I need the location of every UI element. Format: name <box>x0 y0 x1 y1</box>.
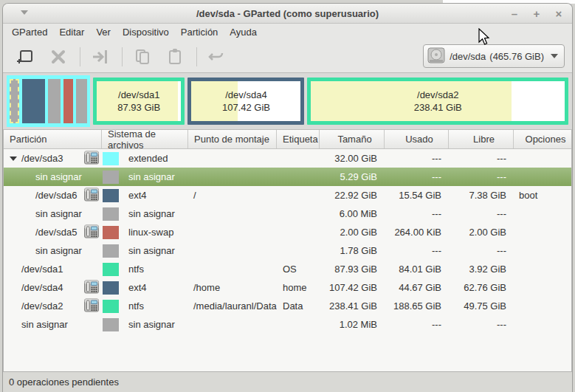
partition-table: Partición Sistema de archivos Punto de m… <box>3 130 572 371</box>
flags-value <box>514 168 571 186</box>
filesystem-color-swatch <box>103 171 119 184</box>
partition-name: /dev/sda4 <box>21 282 83 293</box>
mount-point: /home <box>188 278 277 297</box>
busy-phone-icon <box>83 151 100 167</box>
undo-icon[interactable] <box>204 46 230 68</box>
device-selector-size: (465.76 GiB) <box>489 51 544 62</box>
size-value: 22.92 GiB <box>320 186 385 204</box>
header-etiqueta[interactable]: Etiqueta <box>277 130 320 148</box>
table-row[interactable]: /dev/sda2 ntfs /media/lauranl/Data Data … <box>4 297 571 315</box>
used-value: --- <box>385 315 449 334</box>
table-row[interactable]: /dev/sda4 ext4 /home home 107.42 GiB 44.… <box>4 278 571 297</box>
size-value: 1.78 GiB <box>320 241 385 260</box>
flags-value <box>514 297 571 315</box>
size-value: 6.00 MiB <box>320 204 385 223</box>
table-row[interactable]: sin asignar sin asignar 5.29 GiB --- --- <box>4 168 571 186</box>
filesystem-color-swatch <box>103 263 119 276</box>
partition-name: sin asignar <box>35 245 83 256</box>
menu-particion[interactable]: Partición <box>175 25 224 39</box>
filesystem-name: sin asignar <box>128 208 175 219</box>
flags-value <box>514 223 571 241</box>
table-row[interactable]: /dev/sda6 ext4 / 22.92 GiB 15.54 GiB 7.3… <box>4 186 571 204</box>
table-header: Partición Sistema de archivos Punto de m… <box>4 130 571 149</box>
menu-ver[interactable]: Ver <box>90 25 117 39</box>
device-selector[interactable]: /dev/sda (465.76 GiB) <box>423 44 565 68</box>
partition-name: sin asignar <box>35 171 83 182</box>
menu-ayuda[interactable]: Ayuda <box>224 25 263 39</box>
menu-gparted[interactable]: GParted <box>6 25 53 39</box>
filesystem-name: sin asignar <box>128 319 175 330</box>
disk-bar-segment[interactable]: /dev/sda187.93 GiB <box>93 78 185 125</box>
partition-label: home <box>277 278 320 297</box>
menu-editar[interactable]: Editar <box>53 25 90 39</box>
header-particion[interactable]: Partición <box>4 130 102 148</box>
disk-bar-partition[interactable] <box>22 79 45 123</box>
used-value: --- <box>385 168 449 186</box>
disk-bar-unallocated[interactable] <box>48 79 61 123</box>
copy-icon[interactable] <box>130 46 155 68</box>
mount-point <box>188 241 277 260</box>
toolbar-separator <box>122 47 123 66</box>
free-value: --- <box>449 315 514 334</box>
disk-bar-partition[interactable] <box>63 79 73 123</box>
mount-point <box>188 149 277 168</box>
toolbar-separator <box>196 47 197 66</box>
disk-visual-bar: /dev/sda187.93 GiB/dev/sda4107.42 GiB/de… <box>3 72 572 130</box>
delete-partition-icon[interactable] <box>46 46 71 68</box>
header-tamano[interactable]: Tamaño <box>320 130 385 148</box>
partition-name: /dev/sda3 <box>21 153 83 164</box>
table-row[interactable]: sin asignar sin asignar 1.78 GiB --- --- <box>4 241 571 260</box>
mount-point <box>188 260 277 278</box>
used-value: --- <box>385 204 449 223</box>
used-value: --- <box>385 149 449 168</box>
used-value: 15.54 GiB <box>385 186 449 204</box>
table-row[interactable]: /dev/sda1 ntfs OS 87.93 GiB 84.01 GiB 3.… <box>4 260 571 278</box>
size-value: 5.29 GiB <box>320 168 385 186</box>
toolbar: /dev/sda (465.76 GiB) <box>3 41 572 72</box>
maximize-button[interactable]: + <box>531 7 543 20</box>
mount-point: /media/lauranl/Data <box>188 297 277 315</box>
window-menu-icon[interactable] <box>21 10 28 15</box>
mount-point <box>188 204 277 223</box>
table-row[interactable]: sin asignar sin asignar 1.02 MiB --- --- <box>4 315 571 334</box>
disk-bar-extended-group[interactable] <box>7 75 90 127</box>
filesystem-color-swatch <box>103 226 119 239</box>
size-value: 2.00 GiB <box>320 223 385 241</box>
header-sistema-archivos[interactable]: Sistema de archivos <box>102 130 188 148</box>
new-partition-icon[interactable] <box>13 46 38 68</box>
flags-value <box>514 260 571 278</box>
table-row[interactable]: sin asignar sin asignar 6.00 MiB --- --- <box>4 204 571 223</box>
expander-arrow[interactable] <box>10 157 21 161</box>
disk-bar-unallocated[interactable] <box>76 79 87 123</box>
close-button[interactable]: × <box>553 7 565 20</box>
filesystem-name: ntfs <box>128 264 144 275</box>
used-value: 84.01 GiB <box>385 260 449 278</box>
partition-name: /dev/sda5 <box>35 227 83 238</box>
busy-phone-icon <box>83 280 100 296</box>
header-libre[interactable]: Libre <box>449 130 514 148</box>
toolbar-separator <box>80 47 80 66</box>
flags-value: boot <box>514 186 571 204</box>
disk-bar-segment[interactable]: /dev/sda4107.42 GiB <box>187 78 304 125</box>
header-opciones[interactable]: Opciones <box>514 130 571 148</box>
table-row[interactable]: /dev/sda5 linux-swap 2.00 GiB 264.00 KiB… <box>4 223 571 241</box>
titlebar[interactable]: /dev/sda - GParted (como superusuario) –… <box>3 4 572 24</box>
header-usado[interactable]: Usado <box>385 130 449 148</box>
free-value: --- <box>449 204 514 223</box>
partition-label: OS <box>277 260 320 278</box>
partition-label <box>277 186 320 204</box>
table-row[interactable]: /dev/sda3 extended 32.00 GiB --- --- <box>4 149 571 168</box>
partition-label <box>277 149 320 168</box>
partition-label <box>277 223 320 241</box>
partition-name: sin asignar <box>35 208 83 219</box>
minimize-button[interactable]: – <box>509 7 520 20</box>
partition-label <box>277 204 320 223</box>
filesystem-name: extended <box>128 153 168 164</box>
menu-dispositivo[interactable]: Dispositivo <box>117 25 175 39</box>
header-punto-montaje[interactable]: Punto de montaje <box>188 130 277 148</box>
resize-move-icon[interactable] <box>88 46 113 68</box>
paste-icon[interactable] <box>162 46 187 68</box>
flags-value <box>514 149 571 168</box>
disk-bar-segment[interactable]: /dev/sda2238.41 GiB <box>307 78 568 125</box>
disk-bar-unallocated[interactable] <box>10 79 19 123</box>
